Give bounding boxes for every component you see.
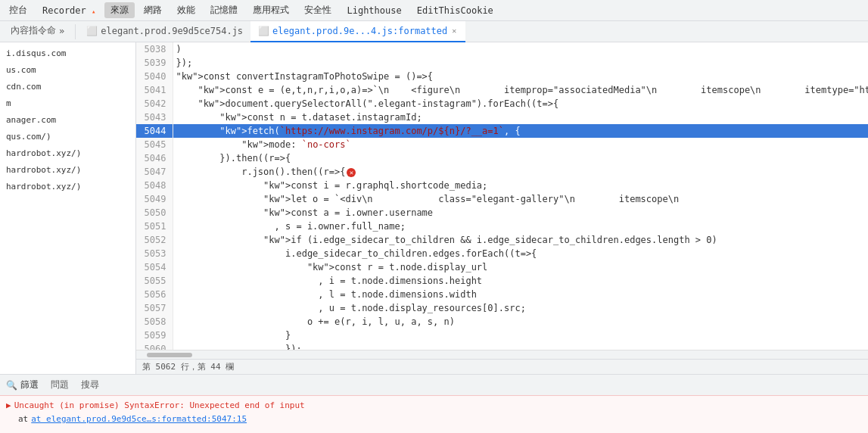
line-number: 5059 <box>136 329 173 342</box>
menu-item-lighthouse[interactable]: Lighthouse <box>341 4 407 17</box>
error-icon: ✕ <box>347 168 356 177</box>
table-row: 5044 "kw">fetch(`https://www.instagram.c… <box>136 124 868 138</box>
table-row: 5042 "kw">document.querySelectorAll(".el… <box>136 97 868 111</box>
sidebar-item-6[interactable]: hardrobot.xyz/) <box>0 145 135 162</box>
line-content: i.edge_sidecar_to_children.edges.forEach… <box>173 247 868 260</box>
error-triangle-icon: ▶ <box>6 399 11 413</box>
line-content: o += e(r, i, l, u, a, s, n) <box>173 315 868 329</box>
line-content: "kw">const r = t.node.display_url <box>173 260 868 274</box>
table-row: 5049 "kw">let o = `<div\n class="elegant… <box>136 192 868 206</box>
line-number: 5038 <box>136 42 173 56</box>
line-number: 5045 <box>136 138 173 151</box>
horizontal-scrollbar[interactable] <box>136 350 868 359</box>
line-content: } <box>173 329 868 342</box>
main-content: i.disqus.com us.com cdn.com m anager.com… <box>0 42 868 374</box>
menu-item-sources[interactable]: 來源 <box>104 2 135 18</box>
line-content: "kw">const convertInstagramToPhotoSwipe … <box>173 70 868 83</box>
scroll-thumb[interactable] <box>147 353 192 357</box>
menu-item-security[interactable]: 安全性 <box>298 2 338 18</box>
line-content: , s = i.owner.full_name; <box>173 220 868 233</box>
line-number: 5041 <box>136 83 173 97</box>
menu-item-application[interactable]: 應用程式 <box>247 2 295 18</box>
menu-item-performance[interactable]: 效能 <box>171 2 201 18</box>
divider <box>75 24 76 39</box>
table-row: 5056 , l = t.node.dimensions.width <box>136 288 868 301</box>
error-at-text: at <box>18 413 28 426</box>
line-number: 5044 <box>136 124 173 138</box>
line-content: "kw">const a = i.owner.username <box>173 206 868 220</box>
line-content: , l = t.node.dimensions.width <box>173 288 868 301</box>
line-number: 5050 <box>136 206 173 220</box>
code-scroll-area[interactable]: 5038)5039});5040"kw">const convertInstag… <box>136 42 868 350</box>
line-content: "kw">if (i.edge_sidecar_to_children && i… <box>173 233 868 247</box>
line-number: 5058 <box>136 315 173 329</box>
sidebar-item-8[interactable]: hardrobot.xyz/) <box>0 179 135 195</box>
sidebar-item-4[interactable]: anager.com <box>0 112 135 129</box>
line-content: "kw">let o = `<div\n class="elegant-gall… <box>173 192 868 206</box>
line-content: , i = t.node.dimensions.height <box>173 274 868 288</box>
error-location-link[interactable]: at elegant.prod.9e9d5ce…s:formatted:5047… <box>31 413 247 426</box>
line-content: "kw">const i = r.graphql.shortcode_media… <box>173 179 868 192</box>
line-number: 5056 <box>136 288 173 301</box>
line-number: 5039 <box>136 56 173 70</box>
line-content: }); <box>173 342 868 350</box>
sidebar-item-5[interactable]: qus.com/) <box>0 129 135 145</box>
line-content: r.json().then((r=>{✕ <box>173 165 868 179</box>
table-row: 5038) <box>136 42 868 56</box>
line-number: 5060 <box>136 342 173 350</box>
line-content: }).then((r=>{ <box>173 151 868 165</box>
sidebar-item-3[interactable]: m <box>0 95 135 112</box>
table-row: 5046 }).then((r=>{ <box>136 151 868 165</box>
table-row: 5055 , i = t.node.dimensions.height <box>136 274 868 288</box>
menu-item-recorder[interactable]: Recorder ▴ <box>36 4 101 17</box>
table-row: 5059 } <box>136 329 868 342</box>
line-content: , u = t.node.display_resources[0].src; <box>173 301 868 315</box>
tab-close-button[interactable]: ✕ <box>450 26 458 35</box>
menu-item-memory[interactable]: 記憶體 <box>204 2 244 18</box>
line-content: "kw">fetch(`https://www.instagram.com/p/… <box>173 124 868 138</box>
sidebar-item-0[interactable]: i.disqus.com <box>0 45 135 62</box>
tab-search[interactable]: 搜尋 <box>81 377 99 393</box>
line-content: "kw">const n = t.dataset.instagramId; <box>173 111 868 124</box>
tab-elegant-prod-formatted[interactable]: ⬜ elegant.prod.9e...4.js:formatted ✕ <box>250 21 465 42</box>
table-row: 5047 r.json().then((r=>{✕ <box>136 165 868 179</box>
line-number: 5043 <box>136 111 173 124</box>
error-console: ▶ Uncaught (in promise) SyntaxError: Une… <box>0 395 868 433</box>
sidebar-item-2[interactable]: cdn.com <box>0 79 135 95</box>
status-bar: 第 5062 行，第 44 欄 <box>136 359 868 374</box>
sidebar-toggle-button[interactable]: 內容指令命 » <box>3 21 72 42</box>
line-content: "kw">mode: `no-cors` <box>173 138 868 151</box>
line-number: 5055 <box>136 274 173 288</box>
sidebar-label: 內容指令命 <box>11 24 56 37</box>
tab-file-icon: ⬜ <box>86 26 98 36</box>
line-content: }); <box>173 56 868 70</box>
line-number: 5040 <box>136 70 173 83</box>
sidebar-content: i.disqus.com us.com cdn.com m anager.com… <box>0 42 135 198</box>
menu-item-console[interactable]: 控台 <box>3 2 33 18</box>
bottom-toolbar: 🔍 篩選 問題 搜尋 <box>0 374 868 395</box>
tab-file-icon-2: ⬜ <box>258 26 269 36</box>
line-number: 5046 <box>136 151 173 165</box>
sidebar-item-1[interactable]: us.com <box>0 62 135 79</box>
tab-bar: 內容指令命 » ⬜ elegant.prod.9e9d5ce754.js ⬜ e… <box>0 21 868 42</box>
cursor-position: 第 5062 行，第 44 欄 <box>142 361 234 372</box>
tab-label-2: elegant.prod.9e...4.js:formatted <box>272 26 447 36</box>
line-number: 5052 <box>136 233 173 247</box>
line-number: 5049 <box>136 192 173 206</box>
menu-item-editthiscookie[interactable]: EditThisCookie <box>411 4 499 17</box>
line-number: 5057 <box>136 301 173 315</box>
line-number: 5054 <box>136 260 173 274</box>
menu-item-network[interactable]: 網路 <box>138 2 168 18</box>
table-row: 5045 "kw">mode: `no-cors` <box>136 138 868 151</box>
table-row: 5048 "kw">const i = r.graphql.shortcode_… <box>136 179 868 192</box>
table-row: 5054 "kw">const r = t.node.display_url <box>136 260 868 274</box>
table-row: 5043 "kw">const n = t.dataset.instagramI… <box>136 111 868 124</box>
tab-elegant-prod-js[interactable]: ⬜ elegant.prod.9e9d5ce754.js <box>79 21 250 42</box>
line-number: 5053 <box>136 247 173 260</box>
tab-problems[interactable]: 問題 <box>51 377 69 393</box>
tab-label-1: elegant.prod.9e9d5ce754.js <box>101 26 243 36</box>
table-row: 5041 "kw">const e = (e,t,n,r,i,o,a)=>`\n… <box>136 83 868 97</box>
sidebar-item-7[interactable]: hardrobot.xyz/) <box>0 162 135 179</box>
code-editor: 5038)5039});5040"kw">const convertInstag… <box>136 42 868 374</box>
code-table: 5038)5039});5040"kw">const convertInstag… <box>136 42 868 350</box>
